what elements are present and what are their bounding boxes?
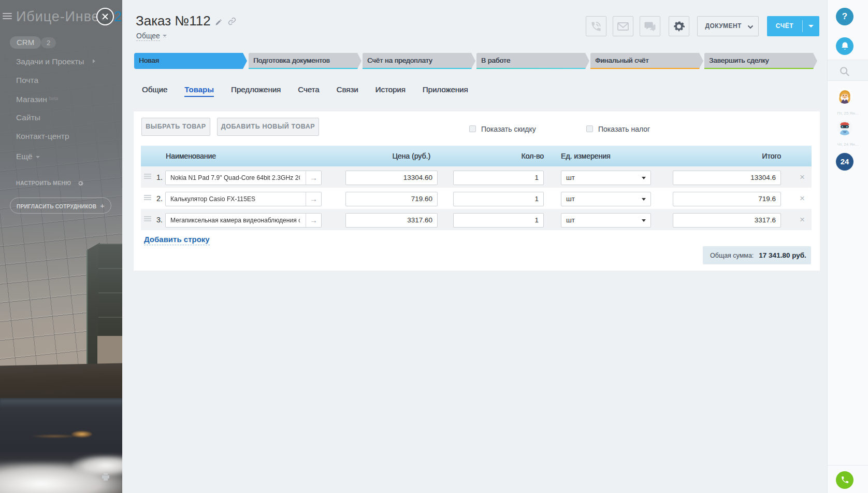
svg-text:24: 24: [844, 131, 846, 134]
